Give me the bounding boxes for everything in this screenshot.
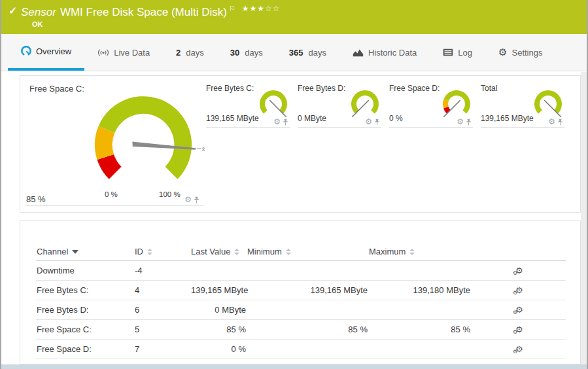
mini-gauge-total: Total 139,165 MByte ⚙ <box>481 81 564 128</box>
last-value <box>190 261 247 281</box>
tab-log[interactable]: Log <box>430 34 485 71</box>
channel-settings-icon[interactable]: ⚙⚙ <box>515 286 523 294</box>
maximum-value <box>368 261 471 281</box>
col-header-maximum[interactable]: Maximum <box>368 242 471 261</box>
col-header-minimum[interactable]: Minimum <box>247 242 368 261</box>
page-title-line: SensorWMI Free Disk Space (Multi Disk)⚐★… <box>21 4 281 19</box>
page-title: WMI Free Disk Space (Multi Disk) <box>60 6 227 18</box>
minimum-value <box>247 340 368 359</box>
gauge-controls: ⚙ <box>365 118 380 126</box>
tab-live-data[interactable]: Live Data <box>84 34 163 71</box>
gauge-title: Free Space D: <box>389 84 440 93</box>
pin-icon[interactable] <box>557 118 563 126</box>
minimum-value: 85 % <box>247 320 368 340</box>
mini-gauge-free-bytes-d: Free Bytes D: 0 MByte ⚙ <box>298 81 381 128</box>
tab-label: Overview <box>36 46 71 56</box>
tab-30-days[interactable]: 30 days <box>217 34 276 71</box>
scrollbar-track[interactable] <box>581 72 587 364</box>
sensor-kind-label: Sensor <box>21 6 56 18</box>
tab-label: days <box>308 48 326 58</box>
gear-icon[interactable]: ⚙ <box>548 118 555 126</box>
pin-icon[interactable] <box>194 196 199 203</box>
tab-settings[interactable]: ⚙ Settings <box>485 34 555 71</box>
priority-flag-icon[interactable]: ⚐ <box>229 5 235 12</box>
channel-settings-icon[interactable]: ⚙⚙ <box>515 306 523 314</box>
gauge-controls: ⚙ <box>273 118 288 126</box>
col-header-last-value[interactable]: Last Value <box>190 242 247 261</box>
sort-icon <box>234 249 239 255</box>
pin-icon[interactable] <box>283 118 288 126</box>
table-header-row: Channel ID Last Value Minimum Maximum <box>36 242 566 261</box>
minimum-value <box>247 261 368 281</box>
avg-marker: x̄ <box>202 145 205 152</box>
channel-id: -4 <box>134 261 190 281</box>
gauge-controls: ⚙ <box>548 118 563 126</box>
channel-table: Channel ID Last Value Minimum Maximum Do… <box>36 242 566 369</box>
tab-label: Live Data <box>114 48 150 58</box>
gauge-title: Free Bytes D: <box>298 84 345 93</box>
gauge-value: 139,165 MByte <box>206 114 259 123</box>
channel-name: Free Bytes D: <box>36 300 134 320</box>
sort-icon <box>147 249 152 255</box>
tab-number: 30 <box>230 48 239 58</box>
sort-icon <box>409 249 415 255</box>
pin-icon[interactable] <box>466 118 472 126</box>
minimum-value: 139,165 MByte <box>247 281 368 300</box>
tab-label: Log <box>458 48 472 58</box>
gear-icon[interactable]: ⚙ <box>365 118 372 126</box>
channel-id: 6 <box>134 300 190 320</box>
sort-desc-icon <box>72 250 78 254</box>
table-row: Free Space D: 7 0 % ⚙⚙ <box>36 340 566 359</box>
gauge-scale-min: 0 % <box>105 190 118 198</box>
col-header-id[interactable]: ID <box>134 242 190 261</box>
table-row: Free Space C: 5 85 % 85 % 85 % ⚙⚙ <box>36 320 566 340</box>
gauge-value: 139,165 MByte <box>481 114 534 123</box>
channel-name: Free Space C: <box>36 320 134 340</box>
tab-overview[interactable]: Overview <box>8 34 84 71</box>
gauge-value: 0 MByte <box>298 114 326 123</box>
status-header: ✓ SensorWMI Free Disk Space (Multi Disk)… <box>1 0 587 34</box>
window-border-left <box>0 0 1 369</box>
star-rating[interactable]: ★★★☆☆ <box>242 4 281 13</box>
channel-id: 4 <box>134 281 190 300</box>
last-value: 0 MByte <box>190 300 247 320</box>
channel-settings-icon[interactable]: ⚙⚙ <box>515 325 523 334</box>
channel-id: 5 <box>134 320 190 340</box>
tab-historic-data[interactable]: Historic Data <box>339 34 430 71</box>
channel-name: Free Bytes C: <box>36 281 134 300</box>
last-value: 85 % <box>190 320 247 340</box>
channel-settings-icon[interactable]: ⚙⚙ <box>515 345 523 353</box>
gauge-value: 85 % <box>26 194 46 204</box>
gauge-title: Free Bytes C: <box>206 84 254 93</box>
gear-icon[interactable]: ⚙ <box>457 118 464 126</box>
last-value: 0 % <box>190 340 247 359</box>
col-header-channel[interactable]: Channel <box>36 242 134 261</box>
gauges-panel: Free Space C: x̄ 0 % 100 % 85 % ⚙ <box>20 75 581 213</box>
maximum-value <box>368 340 471 359</box>
tab-label: days <box>245 48 262 58</box>
gauge-controls: ⚙ <box>184 196 199 203</box>
channel-settings-icon[interactable]: ⚙⚙ <box>515 266 523 275</box>
maximum-value <box>368 300 471 320</box>
sensor-page: ✓ SensorWMI Free Disk Space (Multi Disk)… <box>0 0 588 369</box>
window-bottom-bar <box>1 364 587 369</box>
tab-2-days[interactable]: 2 days <box>163 34 217 71</box>
last-value: 139,165 MByte <box>190 281 247 300</box>
maximum-value: 85 % <box>368 320 471 340</box>
gauge-controls: ⚙ <box>457 118 472 126</box>
table-row: Free Bytes D: 6 0 MByte ⚙⚙ <box>36 300 566 320</box>
table-row: Downtime -4 ⚙⚙ <box>36 261 566 281</box>
gear-icon[interactable]: ⚙ <box>273 118 281 126</box>
maximum-value: 139,180 MByte <box>368 281 471 300</box>
col-header-actions <box>471 242 566 261</box>
table-row: Free Bytes C: 4 139,165 MByte 139,165 MB… <box>36 281 566 300</box>
tab-bar: Overview Live Data 2 days 30 days 365 <box>1 34 587 71</box>
channel-id: 7 <box>134 340 190 359</box>
channel-name: Free Space D: <box>36 340 134 359</box>
gear-icon[interactable]: ⚙ <box>184 196 192 203</box>
mini-gauge-free-bytes-c: Free Bytes C: 139,165 MByte ⚙ <box>206 81 290 128</box>
tab-365-days[interactable]: 365 days <box>276 34 339 71</box>
main-gauge: x̄ <box>76 92 211 208</box>
pin-icon[interactable] <box>374 118 380 126</box>
minimum-value <box>247 300 368 320</box>
